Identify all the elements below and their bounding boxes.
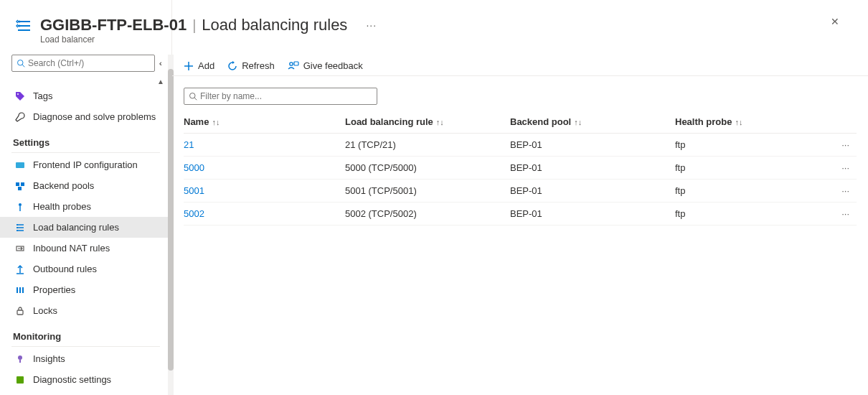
refresh-button[interactable]: Refresh — [227, 60, 275, 71]
sidebar-item-label: Insights — [33, 353, 65, 364]
sidebar-item-frontend-ip-configuration[interactable]: Frontend IP configuration — [0, 154, 171, 175]
row-actions[interactable]: ··· — [821, 134, 857, 157]
sidebar-item-diagnostic-settings[interactable]: Diagnostic settings — [0, 369, 171, 390]
insights-icon — [14, 353, 26, 365]
resource-title: GGIBB-FTP-ELB-01 — [40, 16, 187, 34]
sidebar-item-label: Backend pools — [33, 180, 94, 191]
rule-link[interactable]: 5000 — [184, 162, 204, 173]
sort-icon: ↑↓ — [436, 118, 444, 126]
ip-icon — [14, 159, 26, 171]
rule-link[interactable]: 21 — [184, 139, 194, 150]
col-probe[interactable]: Health probe↑↓ — [675, 111, 821, 134]
svg-point-37 — [190, 93, 196, 99]
rules-icon — [14, 222, 26, 233]
sidebar: ‹‹ ▲ TagsDiagnose and solve problemsSett… — [0, 0, 172, 395]
cell-name: 5002 — [184, 203, 345, 226]
sidebar-item-label: Properties — [33, 284, 75, 295]
sidebar-item-diagnose-and-solve-problems[interactable]: Diagnose and solve problems — [0, 106, 171, 127]
refresh-label: Refresh — [242, 60, 275, 71]
feedback-button[interactable]: Give feedback — [288, 60, 363, 71]
cell-pool: BEP-01 — [510, 157, 675, 180]
filter-box[interactable] — [184, 88, 377, 105]
close-button[interactable]: ✕ — [831, 16, 839, 27]
row-actions[interactable]: ··· — [821, 180, 857, 203]
cell-name: 5001 — [184, 180, 345, 203]
page-header: GGIBB-FTP-ELB-01 | Load balancing rules … — [14, 0, 868, 47]
svg-point-0 — [18, 60, 24, 66]
sidebar-item-label: Diagnostic settings — [33, 374, 111, 385]
feedback-icon — [288, 61, 299, 71]
svg-line-38 — [194, 98, 197, 100]
section-settings: Settings — [0, 127, 171, 151]
svg-rect-4 — [16, 182, 19, 186]
sidebar-item-label: Outbound rules — [33, 264, 97, 274]
search-icon — [16, 59, 25, 68]
resource-type: Load balancer — [40, 34, 377, 45]
add-button[interactable]: Add — [184, 60, 214, 71]
table-row: 2121 (TCP/21)BEP-01ftp··· — [184, 134, 857, 157]
sidebar-item-backend-pools[interactable]: Backend pools — [0, 175, 171, 196]
sidebar-item-health-probes[interactable]: Health probes — [0, 196, 171, 217]
sidebar-item-load-balancing-rules[interactable]: Load balancing rules — [0, 217, 171, 238]
diag-icon — [14, 374, 26, 386]
svg-rect-23 — [19, 360, 21, 363]
sidebar-search[interactable] — [11, 55, 155, 72]
search-icon — [189, 92, 197, 101]
filter-input[interactable] — [200, 91, 372, 101]
col-name[interactable]: Name↑↓ — [184, 111, 345, 134]
svg-rect-21 — [17, 310, 23, 315]
lock-icon — [14, 305, 26, 317]
cell-name: 5000 — [184, 157, 345, 180]
rule-link[interactable]: 5001 — [184, 185, 204, 196]
plus-icon — [184, 61, 194, 71]
sort-icon: ↑↓ — [735, 118, 742, 126]
title-separator: | — [191, 17, 197, 34]
sidebar-item-properties[interactable]: Properties — [0, 279, 171, 300]
svg-point-31 — [19, 21, 21, 23]
row-actions[interactable]: ··· — [821, 203, 857, 226]
col-pool[interactable]: Backend pool↑↓ — [510, 111, 675, 134]
wrench-icon — [14, 111, 26, 123]
sidebar-item-outbound-rules[interactable]: Outbound rules — [0, 259, 171, 279]
sidebar-item-label: Tags — [33, 90, 52, 101]
svg-rect-6 — [18, 187, 22, 190]
cell-rule: 5000 (TCP/5000) — [345, 157, 510, 180]
section-monitoring: Monitoring — [0, 321, 171, 345]
section-title: Load balancing rules — [202, 16, 347, 34]
more-button[interactable]: ··· — [366, 19, 377, 31]
svg-rect-5 — [21, 182, 24, 186]
svg-line-1 — [22, 65, 24, 67]
feedback-label: Give feedback — [303, 60, 363, 71]
svg-point-22 — [18, 356, 22, 360]
cell-name: 21 — [184, 134, 345, 157]
sidebar-search-input[interactable] — [28, 58, 150, 68]
sort-icon: ↑↓ — [574, 118, 582, 126]
svg-point-12 — [16, 224, 18, 226]
row-actions[interactable]: ··· — [821, 157, 857, 180]
cell-rule: 21 (TCP/21) — [345, 134, 510, 157]
cell-probe: ftp — [675, 180, 821, 203]
sidebar-item-logs[interactable]: Logs — [0, 390, 171, 395]
sidebar-item-locks[interactable]: Locks — [0, 300, 171, 321]
sidebar-item-insights[interactable]: Insights — [0, 348, 171, 369]
cell-probe: ftp — [675, 134, 821, 157]
svg-point-13 — [16, 227, 18, 228]
sidebar-item-tags[interactable]: Tags — [0, 85, 171, 106]
tag-icon — [14, 90, 26, 102]
svg-point-14 — [16, 230, 18, 231]
probe-icon — [14, 201, 26, 213]
rule-link[interactable]: 5002 — [184, 208, 204, 219]
outbound-icon — [14, 264, 26, 275]
svg-point-7 — [19, 203, 22, 206]
cell-probe: ftp — [675, 203, 821, 226]
sidebar-item-label: Health probes — [33, 201, 91, 212]
col-rule[interactable]: Load balancing rule↑↓ — [345, 111, 510, 134]
cell-probe: ftp — [675, 157, 821, 180]
sidebar-item-inbound-nat-rules[interactable]: Inbound NAT rules — [0, 238, 171, 259]
table-row: 50015001 (TCP/5001)BEP-01ftp··· — [184, 180, 857, 203]
load-balancer-icon — [14, 16, 34, 36]
cell-pool: BEP-01 — [510, 203, 675, 226]
sidebar-item-label: Locks — [33, 305, 57, 316]
sort-icon: ↑↓ — [212, 118, 220, 126]
collapse-sidebar-button[interactable]: ‹‹ — [159, 59, 160, 68]
